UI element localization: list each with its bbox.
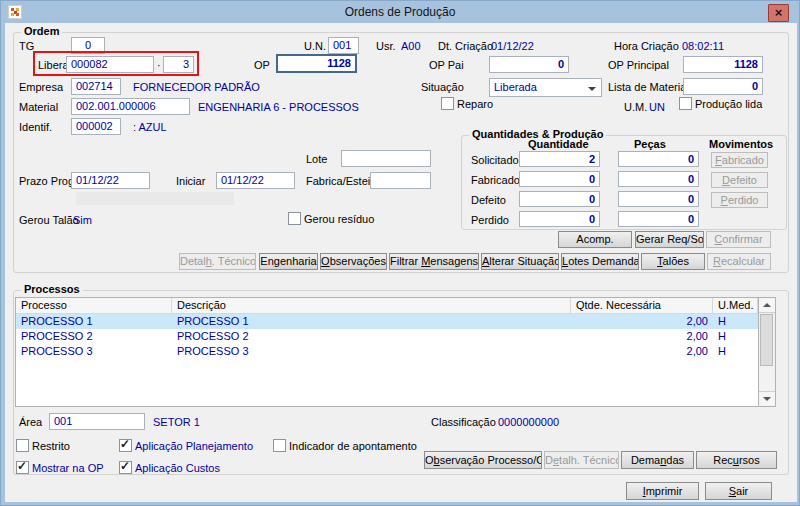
area-label: Área: [19, 416, 42, 428]
classificacao-value: 0000000000: [498, 416, 559, 428]
checkbox-gerou-residuo[interactable]: [288, 212, 301, 225]
op-pai-input[interactable]: 0: [489, 56, 569, 73]
identif-input[interactable]: 000002: [71, 118, 121, 135]
arrow-down-icon: [763, 397, 771, 401]
table-row[interactable]: PROCESSO 2PROCESSO 22,00H: [16, 329, 758, 344]
qp-quantidade-input[interactable]: 0: [519, 171, 600, 187]
qp-pecas-input[interactable]: 0: [618, 191, 699, 207]
column-header-processo[interactable]: Processo: [16, 298, 172, 313]
table-row[interactable]: PROCESSO 1PROCESSO 12,00H: [16, 314, 758, 329]
cell-descricao: PROCESSO 2: [172, 329, 571, 344]
checkbox-restrito[interactable]: [16, 439, 29, 452]
material-input[interactable]: 002.001.000006: [71, 98, 190, 115]
acomp-button[interactable]: Acomp.: [558, 231, 632, 248]
cell-umed: H: [713, 344, 758, 359]
fabrica-esteira-label: Fabrica/Esteira: [306, 175, 380, 187]
situacao-select[interactable]: Liberada: [489, 78, 602, 97]
usr-value: A00: [401, 40, 421, 52]
mov-fabricado-button: Fabricado: [711, 152, 768, 168]
checkbox-indicador-apontamento-label: Indicador de apontamento: [289, 440, 417, 452]
qp-row-label: Fabricado: [471, 174, 520, 186]
identif-label: Identif.: [19, 121, 52, 133]
area-description: SETOR 1: [153, 416, 200, 428]
tg-label: TG: [19, 40, 34, 52]
empresa-input[interactable]: 002714: [71, 78, 121, 95]
demandas-button[interactable]: Demandas: [621, 451, 694, 469]
classificacao-label: Classificação: [431, 416, 496, 428]
checkbox-producao-lida[interactable]: [679, 97, 692, 110]
cell-processo: PROCESSO 3: [16, 344, 172, 359]
checkbox-mostrar-na-op[interactable]: ✓: [16, 461, 29, 474]
qp-pecas-input[interactable]: 0: [618, 211, 699, 227]
prazo-progr-input[interactable]: 01/12/22: [71, 172, 150, 189]
sair-button[interactable]: Sair: [705, 482, 772, 500]
column-header-descricao[interactable]: Descrição: [172, 298, 571, 313]
window-ordens-de-producao: Ordens de Produção × Ordem Quantidades &…: [0, 0, 800, 506]
iniciar-input[interactable]: 01/12/22: [216, 172, 295, 189]
qp-quantidade-input[interactable]: 2: [519, 151, 600, 167]
gerar-req-sol-button[interactable]: Gerar Req/Sol: [635, 231, 704, 248]
lotes-demandas-button[interactable]: Lotes Demandas: [561, 253, 639, 270]
mov-defeito-button: Defeito: [711, 172, 768, 188]
processos-table: Processo Descrição Qtde. Necessária U.Me…: [15, 297, 759, 407]
material-label: Material: [19, 101, 58, 113]
iniciar-label: Iniciar: [176, 175, 205, 187]
checkbox-reparo[interactable]: [441, 97, 454, 110]
scroll-up-button[interactable]: [759, 298, 775, 313]
qp-quantidade-input[interactable]: 0: [519, 211, 600, 227]
op-input[interactable]: 1128: [276, 54, 357, 73]
cell-qtde-necessaria: 2,00: [571, 329, 713, 344]
qp-pecas-input[interactable]: 0: [618, 151, 699, 167]
alterar-situacao-button[interactable]: Alterar Situação: [481, 253, 559, 270]
column-header-umed[interactable]: U.Med.: [713, 298, 758, 313]
tg-input[interactable]: 0: [71, 37, 105, 54]
group-ordem-label: Ordem: [21, 25, 62, 37]
processos-table-header: Processo Descrição Qtde. Necessária U.Me…: [16, 298, 758, 314]
liberacao-seq-input[interactable]: 3: [163, 56, 194, 73]
processos-table-body: PROCESSO 1PROCESSO 12,00HPROCESSO 2PROCE…: [16, 314, 758, 359]
check-icon: ✓: [120, 437, 130, 451]
engenharia-button[interactable]: Engenharia: [259, 253, 318, 270]
hora-criacao-value: 08:02:11: [682, 40, 724, 52]
material-description: ENGENHARIA 6 - PROCESSOS: [198, 101, 359, 113]
recursos-button[interactable]: Recursos: [696, 451, 777, 469]
window-title: Ordens de Produção: [1, 5, 799, 19]
titlebar[interactable]: Ordens de Produção ×: [1, 1, 799, 23]
dt-criacao-value: 01/12/22: [491, 40, 534, 52]
usr-label: Usr.: [376, 40, 396, 52]
proc-detalh-tecnico-button: Detalh. Técnico: [544, 451, 619, 469]
fabrica-esteira-input[interactable]: [370, 172, 431, 189]
checkbox-indicador-apontamento[interactable]: [273, 439, 286, 452]
filtrar-mensagens-button[interactable]: Filtrar Mensagens: [389, 253, 479, 270]
cell-umed: H: [713, 314, 758, 329]
qp-pecas-input[interactable]: 0: [618, 171, 699, 187]
close-button[interactable]: ×: [768, 4, 789, 22]
cell-umed: H: [713, 329, 758, 344]
un-input[interactable]: 001: [328, 37, 359, 54]
liberacao-input[interactable]: 000082: [66, 56, 154, 73]
checkbox-aplicacao-custos-label: Aplicação Custos: [135, 462, 220, 474]
cell-descricao: PROCESSO 1: [172, 314, 571, 329]
imprimir-button[interactable]: Imprimir: [626, 482, 699, 500]
situacao-label: Situação: [421, 81, 464, 93]
lista-materiais-label: Lista de Materiais: [608, 81, 694, 93]
checkbox-reparo-label: Reparo: [457, 98, 493, 110]
op-principal-input[interactable]: 1128: [683, 56, 763, 73]
scrollbar-thumb[interactable]: [760, 314, 773, 366]
checkbox-aplicacao-custos[interactable]: ✓: [119, 461, 132, 474]
observacao-processo-op-button[interactable]: Observação Processo/OP: [424, 451, 542, 469]
taloes-button[interactable]: Talões: [641, 253, 705, 270]
qp-quantidade-input[interactable]: 0: [519, 191, 600, 207]
processos-scrollbar[interactable]: [759, 297, 776, 407]
liberacao-separator: ·: [157, 59, 161, 71]
lista-materiais-input[interactable]: 0: [683, 78, 763, 95]
scroll-down-button[interactable]: [759, 391, 775, 406]
lote-label: Lote: [306, 153, 327, 165]
observacoes-button[interactable]: Observações: [320, 253, 387, 270]
hora-criacao-label: Hora Criação: [614, 40, 679, 52]
lote-input[interactable]: [341, 150, 431, 167]
checkbox-aplicacao-planejamento[interactable]: ✓: [119, 439, 132, 452]
table-row[interactable]: PROCESSO 3PROCESSO 32,00H: [16, 344, 758, 359]
area-input[interactable]: 001: [49, 413, 145, 430]
column-header-qtde-necessaria[interactable]: Qtde. Necessária: [571, 298, 713, 313]
